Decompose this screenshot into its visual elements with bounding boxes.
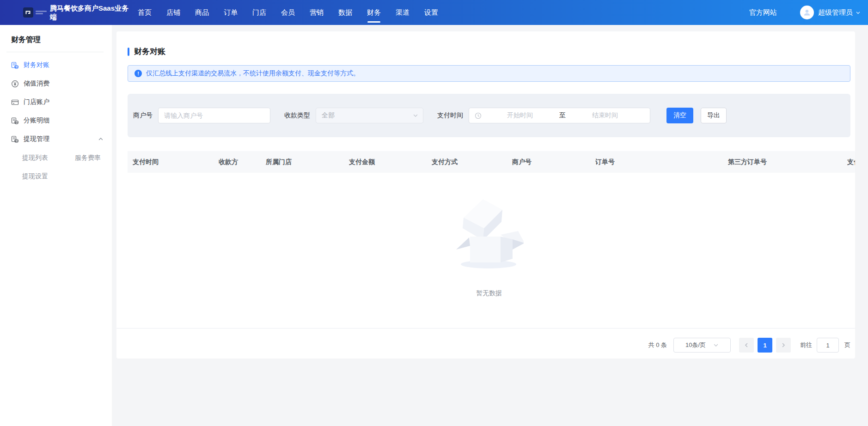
empty-text: 暂无数据 [476, 289, 502, 298]
sidebar-item-store-account[interactable]: 门店账户 [0, 93, 112, 111]
col-method: 支付方式 [432, 158, 512, 166]
payment-type-value: 全部 [322, 111, 335, 120]
payment-type-select[interactable]: 全部 [316, 108, 423, 123]
nav-item-shop[interactable]: 店铺 [159, 0, 188, 25]
submenu-item-withdrawal-list[interactable]: 提现列表 [22, 148, 75, 167]
page-unit-label: 页 [844, 341, 850, 349]
content-card: 财务对账 ! 仅汇总线上支付渠道的交易流水，不统计使用余额支付、现金支付等方式。… [116, 31, 855, 359]
page-size-value: 10条/页 [685, 341, 706, 349]
date-range-picker[interactable]: 开始时间 至 结束时间 [469, 108, 650, 123]
prev-page-button[interactable] [739, 338, 754, 353]
sidebar-item-stored-value[interactable]: 储值消费 [0, 74, 112, 93]
sidebar: 财务管理 财务对账 储值消费 [0, 25, 112, 426]
main-nav: 首页 店铺 商品 订单 门店 会员 营销 数据 财务 渠道 设置 [130, 0, 446, 25]
ledger-coins-icon [11, 61, 19, 69]
range-separator: 至 [558, 111, 567, 120]
merchant-id-input[interactable] [158, 108, 270, 123]
empty-box-illustration [454, 197, 524, 271]
col-order-id: 订单号 [595, 158, 728, 166]
end-time-placeholder[interactable]: 结束时间 [567, 111, 643, 120]
nav-item-home[interactable]: 首页 [130, 0, 159, 25]
page-size-select[interactable]: 10条/页 [673, 338, 731, 353]
nav-item-finance[interactable]: 财务 [360, 0, 388, 25]
sidebar-item-split-details[interactable]: 分账明细 [0, 111, 112, 130]
export-button[interactable]: 导出 [701, 108, 727, 123]
page-title-row: 财务对账 [128, 31, 850, 57]
official-site-link[interactable]: 官方网站 [749, 8, 777, 17]
info-alert: ! 仅汇总线上支付渠道的交易流水，不统计使用余额支付、现金支付等方式。 [128, 65, 850, 82]
chevron-left-icon [744, 342, 749, 348]
nav-item-channels[interactable]: 渠道 [388, 0, 417, 25]
submenu-item-service-rate[interactable]: 服务费率 [75, 148, 101, 167]
col-payment-time: 支付时间 [133, 158, 219, 166]
brand-wordmark-icon [36, 10, 47, 15]
sidebar-item-label: 提现管理 [24, 135, 49, 143]
goto-label: 前往 [800, 341, 812, 349]
payment-type-label: 收款类型 [284, 111, 310, 120]
card-icon [11, 98, 19, 106]
clock-icon [475, 112, 482, 119]
ledger-coins-icon [11, 135, 19, 143]
user-avatar [800, 6, 814, 19]
user-menu[interactable]: 超级管理员 [800, 6, 861, 19]
alert-message: 仅汇总线上支付渠道的交易流水，不统计使用余额支付、现金支付等方式。 [146, 69, 360, 78]
total-count: 共 0 条 [648, 341, 667, 349]
col-amount: 支付金额 [349, 158, 432, 166]
sidebar-item-withdrawal-mgmt[interactable]: 提现管理 [0, 130, 112, 148]
nav-item-orders[interactable]: 订单 [216, 0, 245, 25]
col-merchant-id: 商户号 [512, 158, 595, 166]
brand-logo-icon [23, 7, 33, 18]
nav-item-marketing[interactable]: 营销 [302, 0, 331, 25]
start-time-placeholder[interactable]: 开始时间 [482, 111, 558, 120]
title-accent-bar [128, 48, 129, 56]
top-navbar: 腾马餐饮多商户Saas业务端 首页 店铺 商品 订单 门店 会员 营销 数据 财… [0, 0, 868, 25]
main-content: 财务对账 ! 仅汇总线上支付渠道的交易流水，不统计使用余额支付、现金支付等方式。… [112, 25, 868, 426]
info-icon: ! [134, 70, 142, 77]
chevron-up-icon [98, 136, 104, 142]
filter-panel: 商户号 收款类型 全部 支付时间 [128, 94, 850, 137]
withdrawal-submenu: 提现列表 服务费率 提现设置 [0, 148, 112, 185]
sidebar-item-label: 分账明细 [24, 116, 49, 125]
payment-time-label: 支付时间 [437, 111, 463, 120]
page-number-1[interactable]: 1 [758, 338, 772, 353]
sidebar-divider [6, 52, 104, 52]
chevron-down-icon [413, 113, 418, 118]
next-page-button[interactable] [776, 338, 791, 353]
sidebar-item-label: 储值消费 [24, 79, 49, 88]
topbar-right: 官方网站 超级管理员 [749, 6, 868, 19]
app-logo: 腾马餐饮多商户Saas业务端 [0, 4, 130, 21]
sidebar-title: 财务管理 [0, 35, 112, 45]
nav-item-members[interactable]: 会员 [274, 0, 302, 25]
page-title: 财务对账 [134, 46, 165, 57]
col-third-party-order-id: 第三方订单号 [728, 158, 847, 166]
chevron-down-icon [856, 10, 861, 15]
nav-item-data[interactable]: 数据 [331, 0, 360, 25]
merchant-id-label: 商户号 [133, 111, 153, 120]
nav-item-settings[interactable]: 设置 [417, 0, 446, 25]
col-store: 所属门店 [266, 158, 349, 166]
app-title: 腾马餐饮多商户Saas业务端 [50, 4, 130, 21]
chevron-down-icon [713, 342, 719, 348]
table-footer-divider [116, 328, 855, 329]
table-header-row: 支付时间 收款方 所属门店 支付金额 支付方式 商户号 订单号 第三方订单号 支… [128, 151, 855, 173]
ledger-coins-icon [11, 117, 19, 125]
app-root: 腾马餐饮多商户Saas业务端 首页 店铺 商品 订单 门店 会员 营销 数据 财… [0, 0, 868, 426]
sidebar-item-label: 财务对账 [24, 61, 49, 69]
yen-circle-icon [11, 80, 19, 88]
empty-state: 暂无数据 [128, 173, 850, 298]
chevron-right-icon [781, 342, 786, 348]
username-label: 超级管理员 [818, 8, 853, 17]
nav-item-goods[interactable]: 商品 [188, 0, 216, 25]
sidebar-item-reconciliation[interactable]: 财务对账 [0, 56, 112, 74]
submenu-item-withdrawal-settings[interactable]: 提现设置 [22, 167, 75, 185]
col-payee: 收款方 [219, 158, 266, 166]
pagination: 共 0 条 10条/页 1 [128, 338, 850, 353]
nav-item-stores[interactable]: 门店 [245, 0, 274, 25]
page-body: 财务管理 财务对账 储值消费 [0, 25, 868, 426]
clear-button[interactable]: 清空 [666, 108, 693, 123]
col-truncated: 支付 [847, 158, 855, 166]
person-icon [803, 8, 811, 17]
goto-page-input[interactable] [817, 338, 839, 353]
sidebar-item-label: 门店账户 [24, 98, 49, 106]
